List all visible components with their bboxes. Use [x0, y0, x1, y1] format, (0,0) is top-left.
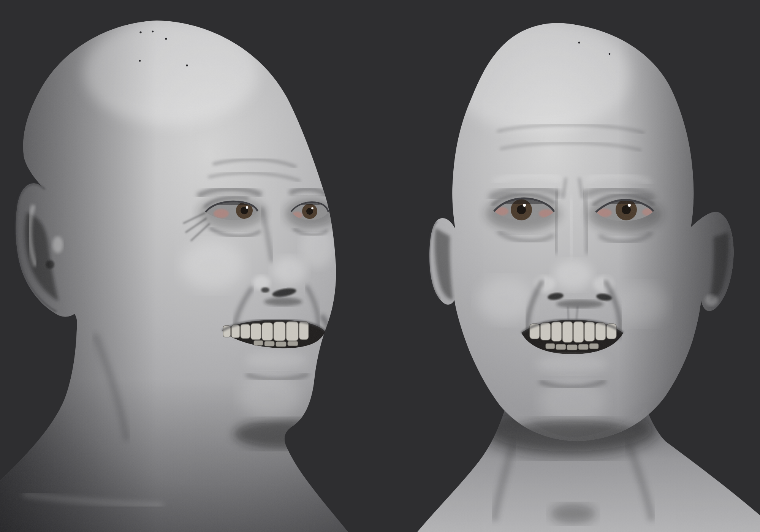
ear-tragus-highlight	[52, 236, 63, 253]
sculpt-viewport-canvas[interactable]	[0, 0, 760, 532]
nostril-shadow-near	[261, 287, 269, 293]
suprasternal-notch-shadow	[550, 504, 596, 524]
nose-bridge-highlight	[570, 198, 572, 257]
chin-highlight	[239, 375, 302, 419]
cheek-highlight	[180, 241, 245, 291]
lower-lip-highlight	[245, 351, 308, 369]
under-nose-shadow	[556, 300, 603, 308]
eye-specular-highlight	[311, 207, 314, 209]
far-cheek-highlight	[300, 226, 334, 268]
eye-inner-pink	[214, 209, 229, 218]
lower-teeth	[546, 344, 598, 350]
eye-specular-highlight	[628, 204, 631, 207]
right-ear-lobe-highlight	[705, 294, 718, 306]
eye-specular-highlight	[523, 204, 526, 207]
sculpt-render	[0, 0, 760, 532]
ear-canal-shadow	[46, 260, 54, 269]
cheek-highlight-right	[616, 283, 667, 325]
nose-tip-highlight	[553, 260, 593, 290]
lower-lip-highlight	[536, 354, 608, 374]
eye-specular-highlight	[246, 206, 248, 209]
under-nose-shadow	[264, 298, 302, 306]
cheek-highlight-left	[477, 277, 534, 323]
nose-tip-highlight	[272, 256, 307, 285]
